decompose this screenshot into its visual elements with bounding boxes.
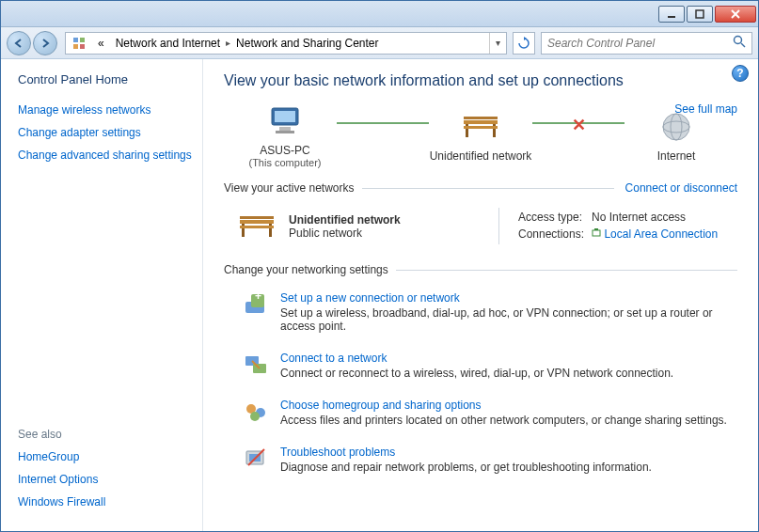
setting-title[interactable]: Connect to a network <box>280 352 673 365</box>
homegroup-icon <box>243 399 269 425</box>
svg-rect-23 <box>240 216 274 219</box>
titlebar <box>1 1 758 27</box>
breadcrumb-dropdown-button[interactable]: ▾ <box>489 33 506 54</box>
see-also-windows-firewall[interactable]: Windows Firewall <box>18 495 202 509</box>
svg-rect-4 <box>73 38 78 42</box>
breadcrumb-seg-network-internet[interactable]: Network and Internet <box>110 33 226 54</box>
ethernet-icon <box>592 227 601 242</box>
breadcrumb-seg-sharing-center[interactable]: Network and Sharing Center <box>230 33 384 54</box>
troubleshoot-icon <box>243 446 269 472</box>
setting-item-homegroup: Choose homegroup and sharing options Acc… <box>224 391 737 438</box>
page-title: View your basic network information and … <box>224 72 737 89</box>
public-network-icon <box>235 210 277 243</box>
maximize-button[interactable] <box>687 6 713 23</box>
refresh-button[interactable] <box>513 32 535 55</box>
svg-rect-13 <box>276 131 294 133</box>
active-networks-header: View your active networks Connect or dis… <box>224 181 737 195</box>
see-also-internet-options[interactable]: Internet Options <box>18 473 202 486</box>
sidebar-link-adapter-settings[interactable]: Change adapter settings <box>18 126 202 139</box>
setting-item-troubleshoot: Troubleshoot problems Diagnose and repai… <box>224 438 737 485</box>
window-frame: « Network and Internet ▸ Network and Sha… <box>0 0 759 532</box>
map-node3-label: Internet <box>615 149 737 163</box>
help-icon[interactable]: ? <box>732 65 749 82</box>
computer-icon <box>224 102 346 140</box>
control-panel-home-link[interactable]: Control Panel Home <box>18 72 202 86</box>
svg-rect-11 <box>275 111 295 122</box>
network-map: ASUS-PC (This computer) Unidentified net… <box>224 102 737 168</box>
setting-desc: Connect or reconnect to a wireless, wire… <box>280 367 673 380</box>
svg-rect-14 <box>464 120 498 124</box>
active-network-name: Unidentified network <box>289 213 401 227</box>
svg-rect-12 <box>279 127 291 131</box>
svg-rect-28 <box>594 228 598 230</box>
map-link-2: ✕ <box>532 122 625 124</box>
svg-point-37 <box>250 412 260 421</box>
connection-broken-icon: ✕ <box>572 115 586 135</box>
bench-icon <box>419 108 542 146</box>
connect-disconnect-link[interactable]: Connect or disconnect <box>625 181 737 195</box>
see-also-section: See also HomeGroup Internet Options Wind… <box>18 428 202 518</box>
breadcrumb-prefix[interactable]: « <box>92 33 110 54</box>
svg-rect-7 <box>80 44 85 49</box>
access-type-label: Access type: <box>518 210 590 225</box>
svg-rect-18 <box>464 126 498 129</box>
map-node-internet: Internet <box>615 108 737 163</box>
access-type-value: No Internet access <box>592 210 723 225</box>
search-box[interactable] <box>541 32 752 55</box>
settings-list: + Set up a new connection or network Set… <box>224 284 737 485</box>
back-button[interactable] <box>7 31 31 55</box>
svg-rect-22 <box>240 220 274 224</box>
forward-button[interactable] <box>33 31 57 55</box>
connections-label: Connections: <box>518 227 590 243</box>
map-node1-sub: (This computer) <box>224 157 346 168</box>
svg-rect-26 <box>240 226 274 228</box>
svg-point-8 <box>735 36 742 43</box>
svg-text:+: + <box>255 292 261 303</box>
see-also-homegroup[interactable]: HomeGroup <box>18 450 202 463</box>
map-node-unidentified: Unidentified network <box>419 108 542 163</box>
main-panel: ? View your basic network information an… <box>203 59 758 531</box>
svg-rect-15 <box>464 117 498 119</box>
breadcrumb[interactable]: « Network and Internet ▸ Network and Sha… <box>65 32 507 55</box>
setting-desc: Access files and printers located on oth… <box>280 414 727 427</box>
setting-title[interactable]: Set up a new connection or network <box>280 291 737 305</box>
map-node-this-computer: ASUS-PC (This computer) <box>224 102 346 168</box>
active-networks-label: View your active networks <box>224 181 355 195</box>
navbar: « Network and Internet ▸ Network and Sha… <box>1 27 758 59</box>
setting-title[interactable]: Troubleshoot problems <box>280 446 652 459</box>
network-location-icon <box>70 34 88 53</box>
see-also-label: See also <box>18 428 202 441</box>
active-network-row: Unidentified network Public network Acce… <box>224 202 737 250</box>
sidebar-link-advanced-sharing[interactable]: Change advanced sharing settings <box>18 149 202 162</box>
change-settings-label: Change your networking settings <box>224 263 388 276</box>
setting-item-setup-connection: + Set up a new connection or network Set… <box>224 284 737 344</box>
svg-rect-5 <box>80 38 85 42</box>
close-button[interactable] <box>715 6 756 23</box>
search-icon[interactable] <box>733 35 746 52</box>
map-link-1 <box>337 122 429 124</box>
setting-title[interactable]: Choose homegroup and sharing options <box>280 399 727 412</box>
globe-icon <box>615 108 737 146</box>
setting-desc: Diagnose and repair network problems, or… <box>280 461 652 474</box>
svg-line-9 <box>741 43 745 47</box>
svg-point-19 <box>663 114 689 140</box>
sidebar: Control Panel Home Manage wireless netwo… <box>1 59 203 531</box>
minimize-button[interactable] <box>658 6 685 23</box>
setting-desc: Set up a wireless, broadband, dial-up, a… <box>280 306 737 333</box>
setup-connection-icon: + <box>243 291 269 318</box>
search-input[interactable] <box>547 37 733 50</box>
svg-rect-27 <box>593 230 600 236</box>
setting-item-connect-network: Connect to a network Connect or reconnec… <box>224 344 737 391</box>
svg-rect-1 <box>696 10 704 18</box>
sidebar-link-manage-wireless[interactable]: Manage wireless networks <box>18 103 202 117</box>
map-node1-label: ASUS-PC <box>224 144 346 157</box>
active-network-type: Public network <box>289 227 401 240</box>
connect-network-icon <box>243 352 269 378</box>
svg-rect-6 <box>73 44 78 49</box>
connection-link[interactable]: Local Area Connection <box>604 227 718 241</box>
content-area: Control Panel Home Manage wireless netwo… <box>1 59 758 531</box>
map-node2-label: Unidentified network <box>419 149 542 163</box>
change-settings-header: Change your networking settings <box>224 263 737 276</box>
